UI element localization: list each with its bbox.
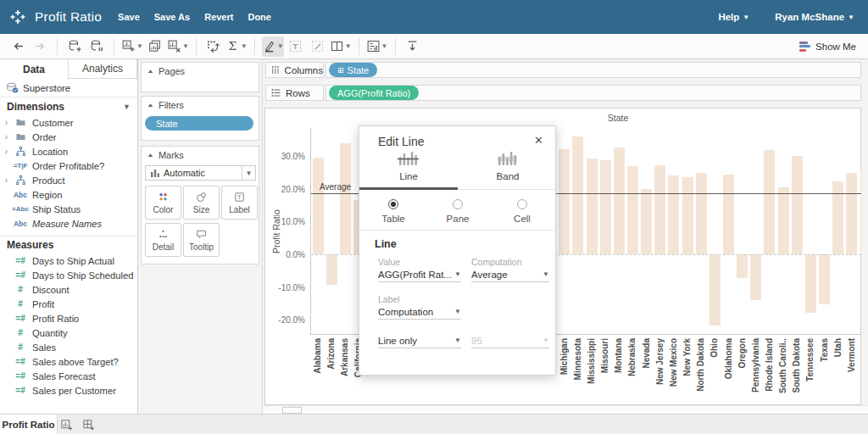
scrollbar-thumb[interactable] bbox=[282, 407, 302, 414]
bar-montana[interactable] bbox=[614, 147, 625, 254]
measure-discount[interactable]: #Discount bbox=[0, 282, 137, 297]
measure-profit[interactable]: #Profit bbox=[0, 297, 137, 311]
measure-profit-ratio[interactable]: =#Profit Ratio bbox=[0, 311, 137, 326]
scope-radio-pane[interactable]: Pane bbox=[432, 199, 483, 224]
bar-texas[interactable] bbox=[819, 254, 830, 304]
bar-mississippi[interactable] bbox=[587, 159, 598, 254]
add-datasource-icon[interactable] bbox=[64, 36, 85, 57]
value-dropdown[interactable]: AGG(Profit Rat...▼ bbox=[378, 267, 461, 282]
bar-new-jersey[interactable] bbox=[654, 165, 665, 254]
columns-pill-state[interactable]: ⊞ State bbox=[329, 63, 377, 77]
bar-tennessee[interactable] bbox=[805, 254, 816, 313]
dimension-customer[interactable]: ›Customer bbox=[0, 115, 137, 130]
new-worksheet-button[interactable] bbox=[56, 416, 76, 433]
bar-nevada[interactable] bbox=[641, 189, 652, 254]
dimension-measure-names[interactable]: AbcMeasure Names bbox=[0, 216, 137, 231]
dimension-location[interactable]: ›Location bbox=[0, 144, 137, 159]
close-icon[interactable]: ✕ bbox=[534, 134, 543, 147]
measure-days-to-ship-actual[interactable]: =#Days to Ship Actual bbox=[0, 253, 137, 268]
size-button[interactable]: Size bbox=[183, 186, 220, 220]
mark-type-dropdown[interactable]: Automatic ▼ bbox=[145, 165, 256, 181]
filter-pill-state[interactable]: State bbox=[145, 116, 253, 131]
measure-days-to-ship-scheduled[interactable]: =#Days to Ship Scheduled bbox=[0, 268, 137, 282]
bar-partial[interactable] bbox=[860, 170, 862, 254]
new-dashboard-button[interactable] bbox=[78, 416, 98, 433]
measure-quantity[interactable]: #Quantity bbox=[0, 326, 137, 340]
bar-minnesota[interactable] bbox=[572, 136, 583, 254]
marks-card[interactable]: ▲Marks Automatic ▼ ColorSizeTLabelDetail… bbox=[141, 146, 259, 264]
bar-alabama[interactable] bbox=[313, 158, 324, 254]
summarize-icon[interactable]: Σ▼ bbox=[225, 36, 248, 57]
bar-new-mexico[interactable] bbox=[668, 175, 679, 254]
show-marks-icon[interactable]: ▼ bbox=[366, 36, 388, 57]
caret-down-icon: ▼ bbox=[242, 166, 255, 180]
scope-radio-cell[interactable]: Cell bbox=[497, 199, 548, 224]
revert-button[interactable]: Revert bbox=[204, 12, 233, 22]
bar-vermont[interactable] bbox=[846, 173, 857, 254]
bar-michigan[interactable] bbox=[559, 149, 570, 254]
dialog-tab-line[interactable]: Line bbox=[359, 150, 458, 181]
rows-pill-profit-ratio[interactable]: AGG(Profit Ratio) bbox=[329, 86, 419, 100]
sheet-tab-profit-ratio[interactable]: Profit Ratio bbox=[0, 415, 58, 434]
scope-radio-table[interactable]: Table bbox=[368, 199, 419, 224]
datasource-row[interactable]: Superstore bbox=[0, 79, 137, 97]
save-button[interactable]: Save bbox=[118, 12, 140, 22]
dimension-product[interactable]: ›Product bbox=[0, 173, 137, 187]
color-button[interactable]: Color bbox=[145, 186, 181, 220]
back-arrow-icon[interactable] bbox=[8, 36, 28, 57]
computation-dropdown[interactable]: Average▼ bbox=[471, 267, 549, 282]
save-as-button[interactable]: Save As bbox=[154, 12, 190, 22]
measure-sales[interactable]: #Sales bbox=[0, 340, 137, 354]
bar-missouri[interactable] bbox=[600, 160, 611, 254]
bar-arizona[interactable] bbox=[326, 254, 337, 285]
user-menu[interactable]: Ryan McShane▼ bbox=[775, 12, 854, 22]
bar-arkansas[interactable] bbox=[340, 143, 351, 254]
bar-oklahoma[interactable] bbox=[723, 175, 734, 254]
show-me-button[interactable]: Show Me bbox=[799, 42, 856, 52]
tooltip-button[interactable]: Tooltip bbox=[183, 223, 220, 257]
label-dropdown[interactable]: Computation▼ bbox=[378, 304, 461, 320]
bar-oregon[interactable] bbox=[737, 254, 748, 278]
highlight-icon[interactable]: ▼ bbox=[262, 36, 284, 57]
dimension-order-profitable-[interactable]: =T|FOrder Profitable? bbox=[0, 159, 137, 173]
done-button[interactable]: Done bbox=[248, 12, 271, 22]
bar-ohio[interactable] bbox=[709, 254, 721, 326]
pages-card[interactable]: ▲Pages bbox=[141, 62, 259, 92]
filters-card[interactable]: ▲Filters State bbox=[141, 96, 259, 141]
bar-utah[interactable] bbox=[832, 181, 843, 254]
tab-data[interactable]: Data bbox=[0, 59, 69, 80]
tab-analytics[interactable]: Analytics bbox=[69, 59, 137, 78]
detail-button[interactable]: Detail bbox=[145, 223, 181, 257]
clear-sheet-icon[interactable]: ▼ bbox=[167, 36, 189, 57]
bar-nebraska[interactable] bbox=[627, 166, 638, 254]
new-worksheet-icon[interactable]: ▼ bbox=[121, 36, 143, 57]
dimension-ship-status[interactable]: =AbcShip Status bbox=[0, 202, 137, 216]
horizontal-scrollbar[interactable] bbox=[263, 405, 868, 414]
pause-datasource-icon[interactable] bbox=[86, 36, 107, 57]
dimension-region[interactable]: AbcRegion bbox=[0, 187, 137, 202]
duplicate-sheet-icon[interactable] bbox=[145, 36, 165, 57]
bar-north-dakota[interactable] bbox=[696, 173, 707, 254]
bar-pennsylvania[interactable] bbox=[750, 254, 761, 300]
download-icon[interactable] bbox=[403, 36, 423, 57]
annotate-icon[interactable] bbox=[308, 36, 328, 57]
measure-sales-above-target-[interactable]: =#Sales above Target? bbox=[0, 354, 137, 369]
label-button[interactable]: TLabel bbox=[221, 186, 258, 220]
measure-sales-forecast[interactable]: =#Sales Forecast bbox=[0, 369, 137, 383]
bar-south-caroli-[interactable] bbox=[778, 187, 789, 254]
dimension-order[interactable]: ›Order bbox=[0, 130, 137, 144]
fit-icon[interactable]: ▼ bbox=[330, 36, 352, 57]
dialog-tab-band[interactable]: Band bbox=[459, 150, 557, 181]
line-only-dropdown[interactable]: Line only▼ bbox=[378, 333, 461, 348]
rows-shelf[interactable]: AGG(Profit Ratio) bbox=[326, 85, 861, 101]
measures-header[interactable]: Measures bbox=[0, 236, 137, 253]
bar-rhode-island[interactable] bbox=[764, 150, 775, 254]
measure-sales-per-customer[interactable]: =#Sales per Customer bbox=[0, 383, 137, 398]
help-menu[interactable]: Help▼ bbox=[718, 12, 749, 22]
bar-south-dakota[interactable] bbox=[792, 156, 803, 254]
dimensions-header[interactable]: Dimensions ▼ bbox=[0, 97, 137, 115]
columns-shelf[interactable]: ⊞ State bbox=[326, 62, 861, 78]
text-label-icon[interactable]: T bbox=[286, 36, 306, 57]
bar-new-york[interactable] bbox=[682, 177, 693, 254]
swap-axes-icon[interactable] bbox=[203, 36, 224, 57]
